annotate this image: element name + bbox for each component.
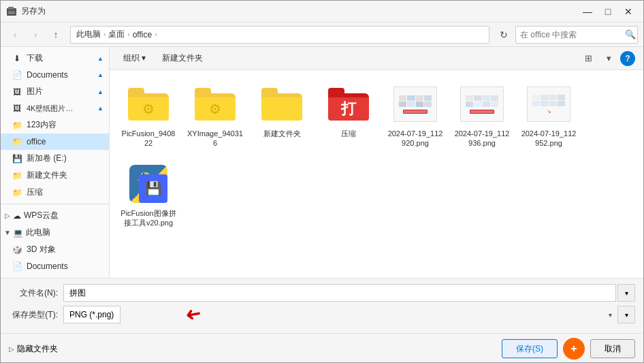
documents2-icon: 📄 <box>12 261 22 272</box>
breadcrumb-computer[interactable]: 此电脑 <box>76 29 101 40</box>
title-bar: 另存为 — □ ✕ <box>1 1 643 22</box>
list-item[interactable]: 2024-07-19_112936.png <box>451 78 513 153</box>
thumbnail-3: ↘ <box>527 82 570 126</box>
search-bar: 🔍 <box>515 26 638 44</box>
sidebar-item-download[interactable]: ⬇ 下载 ▲ <box>1 50 109 67</box>
close-button[interactable]: ✕ <box>619 4 638 19</box>
wallpaper-icon: 🖼 <box>12 103 22 114</box>
floppy-disk-icon: 💾 <box>139 174 167 203</box>
file-label: 新建文件夹 <box>263 129 301 138</box>
sidebar-item-compress[interactable]: 📁 压缩 <box>1 184 109 201</box>
up-button[interactable]: ↑ <box>47 26 65 44</box>
sidebar-item-drive-e[interactable]: 💾 新加卷 (E:) <box>1 150 109 167</box>
sidebar-item-3d[interactable]: 🎲 3D 对象 <box>1 241 109 258</box>
file-grid: ⚙ PicFusion_940822 ⚙ <box>110 70 643 278</box>
filetype-row: 保存类型(T): PNG (*.png) ▾ ▾ ➜ <box>9 306 635 323</box>
bottom-form: 文件名(N): ▾ 保存类型(T): PNG (*.png) ▾ ▾ ➜ <box>1 278 643 333</box>
hidden-files-toggle[interactable]: ▷ 隐藏文件夹 <box>9 343 58 355</box>
sidebar-item-4kwallpaper[interactable]: 🖼 4K壁纸图片… ▲ <box>1 100 109 116</box>
list-item[interactable]: ⚙ PicFusion_940822 <box>118 78 179 153</box>
python-floppy-icon: 🐍 💾 <box>127 162 170 206</box>
view-toggle-button[interactable]: ⊞ <box>579 50 597 67</box>
restore-button[interactable]: □ <box>598 4 617 19</box>
list-item[interactable]: ↘ 2024-07-19_112952.png <box>518 78 579 153</box>
thumbnail-2 <box>460 82 504 126</box>
view-options: ⊞ ▾ ? <box>579 50 635 67</box>
sidebar-item-new-folder[interactable]: 📁 新建文件夹 <box>1 167 109 184</box>
filetype-label: 保存类型(T): <box>9 309 63 321</box>
folder-icon-xyimage: ⚙ <box>193 82 237 126</box>
folder-icon-newfolder <box>260 82 304 126</box>
file-label: 压缩 <box>341 129 356 138</box>
folder-icon-picfusion: ⚙ <box>127 82 170 126</box>
sidebar-item-documents[interactable]: 📄 Documents ▲ <box>1 67 109 83</box>
organize-button[interactable]: 组织 ▾ <box>118 50 151 66</box>
wps-cloud-icon: ☁ <box>13 211 21 221</box>
svg-rect-2 <box>8 12 15 12</box>
expand-wps-icon: ▷ <box>3 212 12 220</box>
breadcrumb-office[interactable]: office <box>133 30 152 40</box>
filename-input[interactable] <box>63 284 616 302</box>
file-label: 2024-07-19_112920.png <box>387 129 443 148</box>
search-input[interactable] <box>520 30 622 40</box>
back-button[interactable]: ‹ <box>6 26 24 44</box>
compress-icon: 📁 <box>12 187 22 198</box>
forward-button[interactable]: › <box>27 26 44 44</box>
main-content: 组织 ▾ 新建文件夹 ⊞ ▾ ? ⚙ <box>110 47 643 278</box>
sidebar-group-wps[interactable]: ▷ ☁ WPS云盘 <box>1 207 109 224</box>
file-label: 2024-07-19_112936.png <box>454 129 510 148</box>
view-dropdown-button[interactable]: ▾ <box>600 50 617 67</box>
thumbnail-1 <box>393 82 437 126</box>
sidebar-item-pictures[interactable]: 🖼 图片 ▲ <box>1 83 109 100</box>
minimize-button[interactable]: — <box>578 4 597 19</box>
file-label: 2024-07-19_112952.png <box>521 129 577 148</box>
filename-row: 文件名(N): ▾ <box>9 284 635 302</box>
3d-icon: 🎲 <box>12 244 22 255</box>
new-folder-button[interactable]: 新建文件夹 <box>157 50 208 66</box>
navigation-toolbar: ‹ › ↑ 此电脑 › 桌面 › office › ↻ 🔍 <box>1 22 643 47</box>
sidebar-group-thispc[interactable]: ▼ 💻 此电脑 <box>1 224 109 241</box>
file-label: PicFusion图像拼接工具v20.png <box>120 208 176 228</box>
list-item[interactable]: 新建文件夹 <box>251 78 312 153</box>
folder-office-icon: 📁 <box>12 136 22 147</box>
save-button[interactable]: 保存(S) <box>502 339 558 358</box>
list-item[interactable]: ⚙ XYImage_940316 <box>184 78 246 153</box>
list-item[interactable]: 打 压缩 <box>318 78 379 153</box>
breadcrumb-desktop[interactable]: 桌面 <box>108 29 125 40</box>
sidebar: ⬇ 下载 ▲ 📄 Documents ▲ 🖼 图片 ▲ 🖼 4K壁纸图片… ▲ … <box>1 47 110 278</box>
expand-hidden-icon: ▷ <box>9 345 14 353</box>
title-bar-buttons: — □ ✕ <box>578 4 638 19</box>
filename-dropdown-button[interactable]: ▾ <box>617 284 635 302</box>
save-as-dialog: 另存为 — □ ✕ ‹ › ↑ 此电脑 › 桌面 › office › ↻ 🔍 <box>0 0 644 363</box>
help-button[interactable]: ? <box>620 51 635 66</box>
drive-e-icon: 💾 <box>12 153 22 164</box>
filename-label: 文件名(N): <box>9 287 63 299</box>
select-arrow-icon: ▾ <box>609 311 612 319</box>
sidebar-item-documents2[interactable]: 📄 Documents <box>1 258 109 274</box>
filetype-select[interactable]: PNG (*.png) <box>63 306 120 323</box>
sidebar-item-123content[interactable]: 📁 123内容 <box>1 116 109 133</box>
new-folder-icon: 📁 <box>12 170 22 181</box>
file-label: PicFusion_940822 <box>120 129 176 148</box>
folder-123-icon: 📁 <box>12 120 22 131</box>
compress-symbol: 打 <box>341 99 356 119</box>
download-icon: ⬇ <box>12 53 22 64</box>
file-label: XYImage_940316 <box>187 129 243 148</box>
svg-rect-1 <box>8 7 14 10</box>
list-item[interactable]: 🐍 💾 PicFusion图像拼接工具v20.png <box>118 158 179 232</box>
content-area: ⬇ 下载 ▲ 📄 Documents ▲ 🖼 图片 ▲ 🖼 4K壁纸图片… ▲ … <box>1 47 643 278</box>
refresh-button[interactable]: ↻ <box>495 26 513 44</box>
cancel-button[interactable]: 取消 <box>590 339 635 358</box>
gear-icon-2: ⚙ <box>209 101 221 117</box>
documents-icon: 📄 <box>12 69 22 80</box>
svg-rect-3 <box>8 13 15 14</box>
section-toolbar: 组织 ▾ 新建文件夹 ⊞ ▾ ? <box>110 47 643 70</box>
computer-icon: 💻 <box>13 228 23 238</box>
breadcrumb: 此电脑 › 桌面 › office › <box>70 26 489 44</box>
sidebar-item-office[interactable]: 📁 office <box>1 133 109 150</box>
search-icon: 🔍 <box>625 29 636 40</box>
filetype-dropdown-button[interactable]: ▾ <box>617 306 635 323</box>
list-item[interactable]: 2024-07-19_112920.png <box>385 78 446 153</box>
folder-icon-compress: 打 <box>327 82 370 126</box>
bottom-actions: ▷ 隐藏文件夹 保存(S) + 取消 <box>1 333 643 362</box>
